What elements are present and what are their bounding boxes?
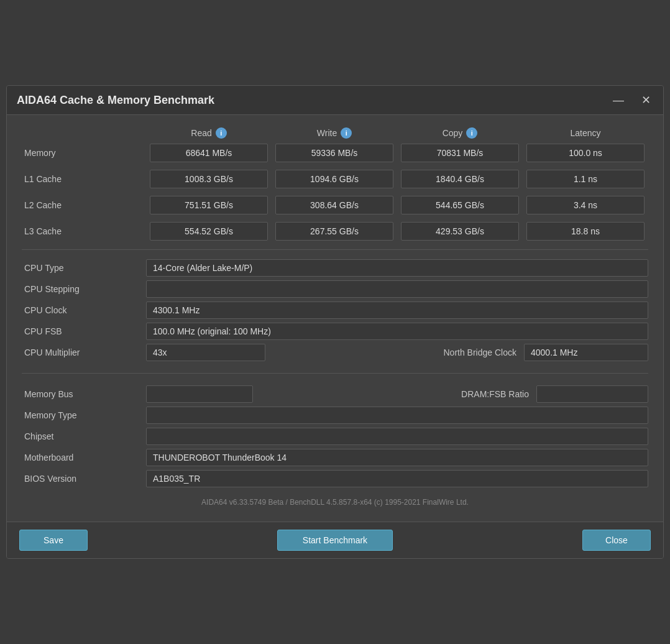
cpu-fsb-label: CPU FSB	[22, 326, 146, 336]
header-latency: Latency	[523, 128, 648, 138]
header-read: Read i	[146, 127, 272, 139]
button-bar: Save Start Benchmark Close	[7, 522, 663, 558]
header-write: Write i	[272, 127, 397, 139]
window-title: AIDA64 Cache & Memory Benchmark	[17, 94, 214, 107]
l1-read: 1008.3 GB/s	[150, 170, 268, 188]
divider-1	[22, 249, 648, 250]
l3-copy: 429.53 GB/s	[401, 222, 519, 241]
l1-write: 1094.6 GB/s	[275, 170, 393, 188]
bios-version-label: BIOS Version	[22, 474, 146, 484]
north-bridge-label: North Bridge Clock	[424, 347, 524, 357]
cpu-clock-row: CPU Clock 4300.1 MHz	[22, 301, 648, 320]
l3-write: 267.55 GB/s	[275, 222, 393, 241]
chipset-row: Chipset	[22, 427, 648, 446]
l2-cache-row: L2 Cache 751.51 GB/s 308.64 GB/s 544.65 …	[22, 196, 648, 214]
memory-bus-label: Memory Bus	[22, 389, 146, 399]
cpu-multiplier-value: 43x	[146, 344, 265, 361]
cpu-fsb-row: CPU FSB 100.0 MHz (original: 100 MHz)	[22, 322, 648, 341]
motherboard-label: Motherboard	[22, 453, 146, 462]
cpu-type-label: CPU Type	[22, 263, 146, 273]
cpu-stepping-row: CPU Stepping	[22, 280, 648, 298]
memory-label: Memory	[22, 148, 146, 158]
bios-version-row: BIOS Version A1B035_TR	[22, 469, 648, 488]
l3-label: L3 Cache	[22, 226, 146, 236]
memory-read: 68641 MB/s	[150, 144, 268, 162]
cpu-stepping-value	[146, 280, 648, 298]
write-info-icon[interactable]: i	[341, 127, 352, 139]
bench-table-header: Read i Write i Copy i Latency	[22, 127, 648, 139]
l2-copy: 544.65 GB/s	[401, 196, 519, 214]
l1-label: L1 Cache	[22, 174, 146, 184]
title-bar-controls: — ✕	[610, 93, 653, 107]
title-bar: AIDA64 Cache & Memory Benchmark — ✕	[7, 86, 663, 115]
minimize-button[interactable]: —	[610, 93, 626, 107]
divider-2	[22, 373, 648, 374]
cpu-stepping-label: CPU Stepping	[22, 284, 146, 294]
content-area: Read i Write i Copy i Latency Memory 686…	[7, 115, 663, 522]
cpu-type-value: 14-Core (Alder Lake-M/P)	[146, 259, 648, 277]
l1-copy: 1840.4 GB/s	[401, 170, 519, 188]
memory-copy: 70831 MB/s	[401, 144, 519, 162]
close-button-title[interactable]: ✕	[639, 93, 653, 107]
l1-latency: 1.1 ns	[526, 170, 645, 188]
memory-bus-row: Memory Bus DRAM:FSB Ratio	[22, 385, 648, 403]
l3-cache-row: L3 Cache 554.52 GB/s 267.55 GB/s 429.53 …	[22, 222, 648, 241]
cpu-multiplier-row: CPU Multiplier 43x North Bridge Clock 40…	[22, 343, 648, 362]
save-label: Save	[44, 535, 63, 545]
memory-type-label: Memory Type	[22, 410, 146, 420]
memory-type-value	[146, 407, 648, 424]
header-copy: Copy i	[397, 127, 523, 139]
dram-fsb-value	[536, 385, 648, 403]
cpu-type-row: CPU Type 14-Core (Alder Lake-M/P)	[22, 259, 648, 277]
copy-info-icon[interactable]: i	[466, 127, 477, 139]
memory-latency: 100.0 ns	[526, 144, 645, 162]
chipset-label: Chipset	[22, 431, 146, 441]
l2-label: L2 Cache	[22, 200, 146, 210]
close-button[interactable]: Close	[582, 530, 651, 551]
save-button[interactable]: Save	[19, 530, 88, 551]
read-info-icon[interactable]: i	[216, 127, 227, 139]
l3-read: 554.52 GB/s	[150, 222, 268, 241]
l2-write: 308.64 GB/s	[275, 196, 393, 214]
bios-version-value: A1B035_TR	[146, 470, 648, 487]
motherboard-row: Motherboard THUNDEROBOT ThunderBook 14	[22, 448, 648, 467]
cpu-clock-value: 4300.1 MHz	[146, 301, 648, 319]
close-label: Close	[605, 535, 628, 545]
chipset-value	[146, 428, 648, 445]
start-benchmark-button[interactable]: Start Benchmark	[277, 530, 393, 551]
motherboard-value: THUNDEROBOT ThunderBook 14	[146, 449, 648, 466]
cpu-multiplier-label: CPU Multiplier	[22, 347, 146, 357]
cpu-clock-label: CPU Clock	[22, 305, 146, 315]
dram-fsb-label: DRAM:FSB Ratio	[437, 389, 536, 399]
north-bridge-value: 4000.1 MHz	[524, 344, 648, 361]
system-info-section: CPU Type 14-Core (Alder Lake-M/P) CPU St…	[22, 259, 648, 488]
memory-type-row: Memory Type	[22, 406, 648, 425]
main-window: AIDA64 Cache & Memory Benchmark — ✕ Read…	[6, 85, 664, 559]
memory-bus-value	[146, 385, 253, 403]
l3-latency: 18.8 ns	[526, 222, 645, 241]
l2-latency: 3.4 ns	[526, 196, 645, 214]
memory-write: 59336 MB/s	[275, 144, 393, 162]
l1-cache-row: L1 Cache 1008.3 GB/s 1094.6 GB/s 1840.4 …	[22, 170, 648, 188]
l2-read: 751.51 GB/s	[150, 196, 268, 214]
memory-row: Memory 68641 MB/s 59336 MB/s 70831 MB/s …	[22, 144, 648, 162]
footer-text: AIDA64 v6.33.5749 Beta / BenchDLL 4.5.85…	[22, 498, 648, 509]
start-benchmark-label: Start Benchmark	[303, 535, 367, 545]
cpu-fsb-value: 100.0 MHz (original: 100 MHz)	[146, 323, 648, 340]
